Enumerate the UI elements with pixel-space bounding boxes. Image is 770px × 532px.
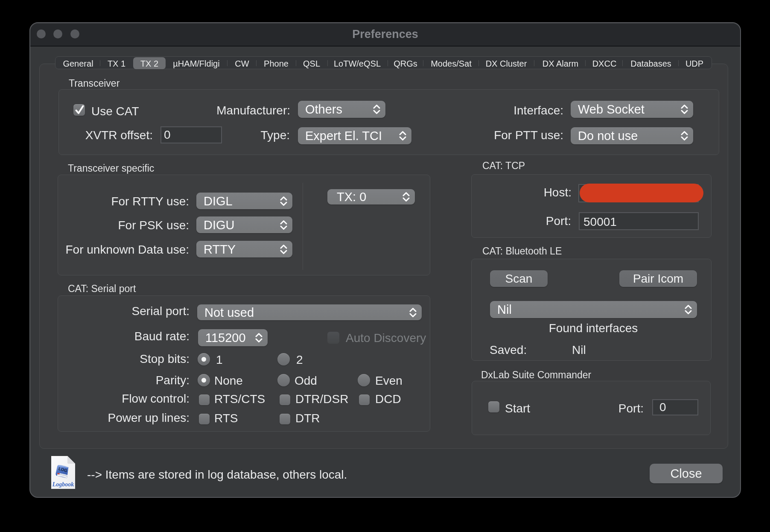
svg-text:Logbook: Logbook [52,481,74,488]
